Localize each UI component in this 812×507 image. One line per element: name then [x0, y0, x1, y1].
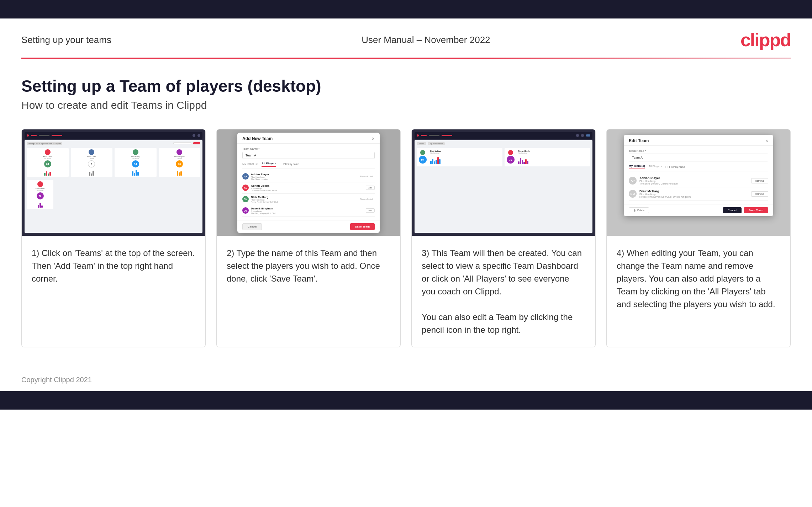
copyright-text: Copyright Clippd 2021 — [21, 376, 92, 384]
card-3: Teams My Performance 94 Blair McHarg — [411, 129, 596, 347]
player-avatar: BM — [242, 196, 249, 202]
player-info: Blair McHarg Plus Handicap Royal North D… — [251, 196, 355, 203]
edit-player-avatar: AP — [629, 177, 637, 185]
edit-player-info: Blair McHarg Plus Handicap Royal North D… — [639, 190, 748, 198]
edit-team-modal: Edit Team × Team Name * My Team (2) All … — [624, 135, 773, 216]
team-name-label: Team Name * — [242, 147, 375, 150]
player-avatar: DB — [242, 207, 249, 214]
team-name-input[interactable] — [242, 152, 375, 159]
tab-my-team[interactable]: My Team (2) — [242, 162, 258, 166]
footer: Copyright Clippd 2021 — [0, 369, 812, 391]
delete-team-button[interactable]: 🗑 Delete — [629, 207, 649, 213]
remove-player-button[interactable]: Remove — [751, 191, 768, 197]
card-2-text: 2) Type the name of this Team and then s… — [217, 236, 400, 347]
edit-filter-by-name: Filter by name — [665, 166, 685, 168]
edit-player-club: Royal North Devon Golf Club, United King… — [639, 196, 748, 198]
delete-label: Delete — [637, 209, 644, 212]
edit-player-handicap: Plus Handicap — [639, 193, 748, 196]
edit-player-item: AP Adrian Player Plus Handicap The Shire… — [629, 174, 768, 187]
edit-player-name: Blair McHarg — [639, 190, 748, 193]
add-player-button[interactable]: Add — [366, 186, 375, 190]
cancel-button[interactable]: Cancel — [242, 223, 262, 230]
card-3-text: 3) This Team will then be created. You c… — [412, 236, 595, 347]
header: Setting up your teams User Manual – Nove… — [0, 18, 812, 58]
player-info: Adrian Coliba 1 Handicap Central London … — [251, 184, 364, 192]
player-added-badge: Player Added — [358, 197, 375, 201]
card-2-screenshot: Add New Team × Team Name * My Team (2) A… — [217, 129, 400, 236]
player-info: Dave Billingham 5 Handicap The Dog Magin… — [251, 207, 364, 214]
filter-by-name: Filter by name — [280, 163, 299, 165]
bottom-bar — [0, 391, 812, 410]
tab-all-players[interactable]: All Players — [262, 162, 276, 167]
edit-player-handicap: Plus Handicap — [639, 180, 748, 182]
card-2: Add New Team × Team Name * My Team (2) A… — [216, 129, 401, 347]
edit-player-avatar: BM — [629, 190, 637, 198]
card-3-text1: 3) This Team will then be created. You c… — [422, 248, 582, 296]
player-avatar: AP — [242, 173, 249, 180]
player-item: AP Adrian Player Plus Handicap The Shire… — [242, 171, 375, 182]
card-3-screenshot: Teams My Performance 94 Blair McHarg — [412, 129, 595, 236]
top-bar — [0, 0, 812, 18]
clippd-logo: clippd — [740, 29, 791, 50]
header-section-title: Setting up your teams — [21, 34, 111, 46]
card-4: Edit Team × Team Name * My Team (2) All … — [606, 129, 791, 347]
save-team-button[interactable]: Save Team — [350, 223, 375, 230]
edit-player-club: The Shire London, United Kingdom — [639, 182, 748, 185]
add-player-button[interactable]: Add — [366, 208, 375, 213]
cards-container: Finding 5 out of 5 players from All Play… — [0, 122, 812, 369]
page-title-sub: How to create and edit Teams in Clippd — [21, 99, 791, 111]
card-1: Finding 5 out of 5 players from All Play… — [21, 129, 206, 347]
page-title-main: Setting up a Team of players (desktop) — [21, 76, 791, 96]
modal-close-icon[interactable]: × — [372, 136, 375, 141]
trash-icon: 🗑 — [633, 209, 636, 212]
player-item: DB Dave Billingham 5 Handicap The Dog Ma… — [242, 205, 375, 217]
edit-modal-close-icon[interactable]: × — [765, 138, 768, 143]
player-club: Royal North Devon Golf Club — [251, 201, 355, 203]
edit-tab-all-players[interactable]: All Players — [649, 165, 662, 169]
player-name: Adrian Player — [251, 173, 355, 176]
edit-player-item: BM Blair McHarg Plus Handicap Royal Nort… — [629, 187, 768, 201]
edit-team-name-label: Team Name * — [629, 149, 768, 153]
remove-player-button[interactable]: Remove — [751, 178, 768, 183]
player-info: Adrian Player Plus Handicap The Shire Lo… — [251, 173, 355, 180]
player-name: Blair McHarg — [251, 196, 355, 199]
edit-player-name: Adrian Player — [639, 176, 748, 180]
edit-tab-my-team[interactable]: My Team (2) — [629, 164, 645, 169]
edit-player-info: Adrian Player Plus Handicap The Shire Lo… — [639, 176, 748, 185]
player-list: AP Adrian Player Plus Handicap The Shire… — [242, 171, 375, 217]
card-4-text: 4) When editing your Team, you can chang… — [607, 236, 790, 347]
card-1-screenshot: Finding 5 out of 5 players from All Play… — [22, 129, 205, 236]
player-added-badge: Player Added — [358, 175, 375, 178]
card-3-text2: You can also edit a Team by clicking the… — [422, 312, 573, 335]
page-title-section: Setting up a Team of players (desktop) H… — [0, 59, 812, 122]
player-club: The Shire London — [251, 178, 355, 180]
player-name: Adrian Coliba — [251, 184, 364, 187]
modal-title: Add New Team — [242, 136, 273, 141]
player-club: The Dog Maging Golf Club — [251, 212, 364, 214]
add-new-team-modal: Add New Team × Team Name * My Team (2) A… — [237, 133, 380, 233]
player-name: Dave Billingham — [251, 207, 364, 210]
player-club: Central London Golf Centre — [251, 190, 364, 192]
player-item: BM Blair McHarg Plus Handicap Royal Nort… — [242, 194, 375, 205]
edit-modal-title: Edit Team — [629, 138, 649, 143]
player-item: AC Adrian Coliba 1 Handicap Central Lond… — [242, 182, 375, 194]
edit-team-name-input[interactable] — [629, 154, 768, 161]
card-4-screenshot: Edit Team × Team Name * My Team (2) All … — [607, 129, 790, 236]
edit-save-team-button[interactable]: Save Team — [744, 207, 768, 213]
player-avatar: AC — [242, 185, 249, 191]
edit-cancel-button[interactable]: Cancel — [723, 207, 742, 213]
card-1-text: 1) Click on 'Teams' at the top of the sc… — [22, 236, 205, 347]
header-manual-title: User Manual – November 2022 — [362, 34, 490, 46]
